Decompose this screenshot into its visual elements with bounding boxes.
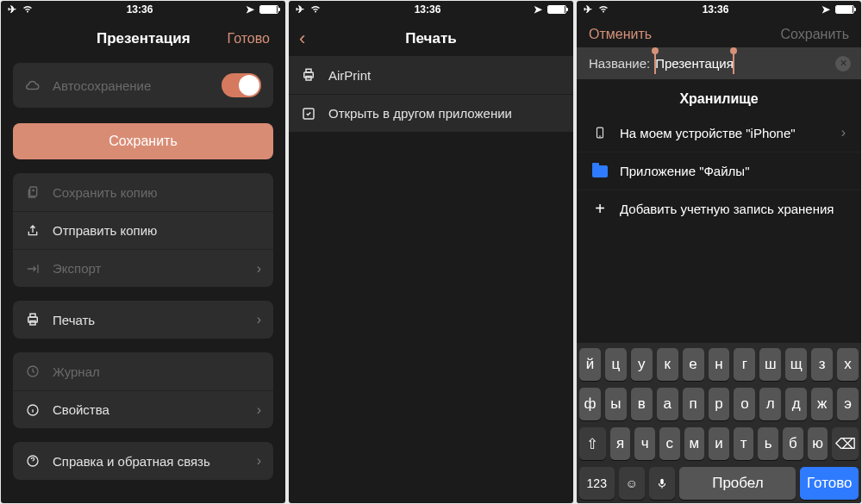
send-copy-label: Отправить копию — [53, 223, 261, 238]
storage-files-row[interactable]: Приложение "Файлы" — [577, 152, 861, 190]
battery-icon — [547, 5, 566, 14]
key[interactable]: н — [709, 348, 730, 381]
airplane-icon: ✈ — [296, 3, 304, 16]
info-icon — [25, 402, 41, 418]
key[interactable]: й — [579, 348, 601, 381]
chevron-right-icon: › — [841, 125, 846, 140]
storage-title: Хранилище — [577, 79, 861, 114]
screen-save-as: ✈ 13:36 ➤ Отменить Сохранить Название: П… — [577, 1, 861, 503]
storage-list: На моем устройстве "iPhone" › Приложение… — [577, 114, 861, 227]
send-copy-row[interactable]: Отправить копию — [13, 211, 273, 249]
key[interactable]: ф — [579, 388, 601, 420]
properties-row[interactable]: Свойства › — [13, 390, 273, 428]
export-label: Экспорт — [53, 261, 245, 276]
key[interactable]: ь — [758, 427, 778, 460]
space-key[interactable]: Пробел — [679, 467, 796, 500]
backspace-key[interactable]: ⌫ — [832, 427, 859, 460]
key[interactable]: ч — [634, 427, 655, 460]
storage-add-label: Добавить учетную запись хранения — [620, 202, 846, 216]
header: ‹ Печать — [289, 18, 573, 56]
autosave-section: Автосохранение — [13, 63, 273, 108]
name-label: Название: — [589, 56, 650, 71]
airplane-icon: ✈ — [8, 3, 16, 16]
mic-key[interactable] — [649, 467, 675, 500]
key[interactable]: ы — [605, 388, 627, 420]
key[interactable]: м — [684, 427, 705, 460]
key[interactable]: а — [657, 388, 678, 420]
key[interactable]: б — [783, 427, 803, 460]
key[interactable]: я — [610, 427, 631, 460]
clear-text-button[interactable]: ✕ — [835, 56, 851, 72]
return-key[interactable]: Готово — [800, 467, 859, 500]
print-section: Печать › — [13, 301, 273, 339]
name-input[interactable]: Презентация — [655, 56, 734, 71]
chevron-right-icon: › — [257, 261, 261, 277]
export-row[interactable]: Экспорт › — [13, 249, 273, 287]
location-icon: ➤ — [821, 3, 830, 16]
storage-device-label: На моем устройстве "iPhone" — [620, 126, 829, 140]
done-button[interactable]: Готово — [228, 31, 270, 47]
autosave-label: Автосохранение — [53, 78, 209, 93]
key[interactable]: э — [837, 388, 859, 420]
save-copy-row[interactable]: Сохранить копию — [13, 173, 273, 211]
phone-icon — [592, 125, 608, 140]
chevron-right-icon: › — [257, 312, 261, 327]
file-actions-section: Сохранить копию Отправить копию Экспорт … — [13, 173, 273, 287]
key[interactable]: т — [734, 427, 754, 460]
journal-label: Журнал — [53, 364, 261, 379]
key[interactable]: з — [811, 348, 833, 381]
airplane-icon: ✈ — [584, 3, 592, 16]
key[interactable]: г — [734, 348, 755, 381]
key[interactable]: в — [631, 388, 653, 420]
numbers-key[interactable]: 123 — [579, 467, 615, 500]
key[interactable]: х — [837, 348, 859, 381]
print-row[interactable]: Печать › — [13, 301, 273, 339]
key[interactable]: с — [659, 427, 680, 460]
key[interactable]: о — [734, 388, 755, 420]
battery-icon — [835, 5, 854, 14]
key[interactable]: ж — [811, 388, 833, 420]
export-icon — [25, 261, 41, 277]
airprint-row[interactable]: AirPrint — [289, 56, 573, 94]
wifi-icon — [309, 3, 322, 16]
status-bar: ✈ 13:36 ➤ — [289, 1, 573, 18]
key[interactable]: у — [631, 348, 653, 381]
autosave-toggle[interactable] — [222, 73, 261, 97]
key[interactable]: д — [785, 388, 807, 420]
storage-add-row[interactable]: + Добавить учетную запись хранения — [577, 190, 861, 227]
name-field-row[interactable]: Название: Презентация ✕ — [577, 47, 861, 79]
svg-rect-0 — [30, 187, 37, 196]
battery-icon — [259, 5, 278, 14]
journal-row[interactable]: Журнал — [13, 352, 273, 390]
chevron-right-icon: › — [257, 402, 261, 418]
key[interactable]: р — [709, 388, 730, 420]
wifi-icon — [22, 3, 34, 16]
help-row[interactable]: Справка и обратная связь › — [13, 442, 273, 480]
emoji-key[interactable]: ☺ — [619, 467, 645, 500]
key[interactable]: ю — [808, 427, 828, 460]
page-title: Печать — [405, 30, 456, 47]
key[interactable]: и — [709, 427, 729, 460]
print-options: AirPrint Открыть в другом приложении — [289, 56, 573, 132]
key[interactable]: ш — [759, 348, 781, 381]
key[interactable]: щ — [785, 348, 807, 381]
key[interactable]: е — [683, 348, 704, 381]
save-button[interactable]: Сохранить — [13, 123, 273, 159]
open-in-row[interactable]: Открыть в другом приложении — [289, 94, 573, 132]
printer-icon — [301, 67, 316, 83]
key[interactable]: п — [683, 388, 704, 420]
key[interactable]: ц — [605, 348, 627, 381]
storage-device-row[interactable]: На моем устройстве "iPhone" › — [577, 114, 861, 152]
status-bar: ✈ 13:36 ➤ — [1, 1, 285, 18]
open-in-icon — [301, 106, 316, 121]
print-label: Печать — [53, 313, 245, 327]
key[interactable]: л — [759, 388, 781, 420]
cancel-button[interactable]: Отменить — [589, 27, 652, 42]
key[interactable]: к — [657, 348, 678, 381]
cloud-save-icon — [25, 78, 41, 93]
back-button[interactable]: ‹ — [299, 28, 305, 50]
header: Презентация Готово — [1, 18, 285, 56]
help-label: Справка и обратная связь — [53, 454, 245, 469]
save-button[interactable]: Сохранить — [780, 27, 849, 42]
shift-key[interactable]: ⇧ — [579, 427, 606, 460]
